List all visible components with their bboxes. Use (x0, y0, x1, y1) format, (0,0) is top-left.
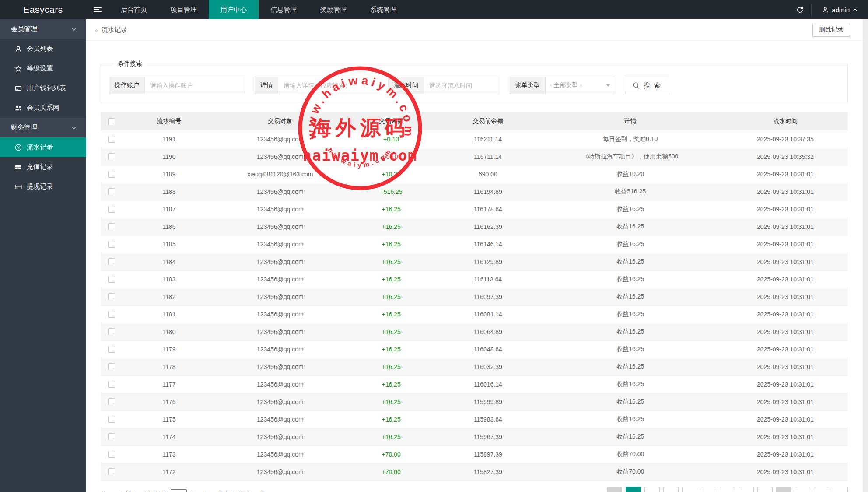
nav-tab-3[interactable]: 信息管理 (259, 0, 308, 19)
search-field-group-0: 操作账户 (109, 77, 245, 94)
row-checkbox[interactable] (108, 293, 115, 300)
select-all-checkbox[interactable] (108, 118, 115, 125)
nav-tab-0[interactable]: 后台首页 (109, 0, 159, 19)
sidebar-item-0-0[interactable]: 会员列表 (0, 39, 86, 59)
page-button-6[interactable]: 6 (720, 487, 735, 492)
page-button-3[interactable]: 3 (663, 487, 679, 492)
row-checkbox[interactable] (108, 171, 115, 178)
chevron-down-icon (71, 27, 77, 32)
pagination: «12345678...1314» (607, 487, 848, 492)
refresh-icon (796, 6, 804, 14)
sidebar-item-0-2[interactable]: 用户钱包列表 (0, 78, 86, 98)
page-button-1[interactable]: 1 (626, 487, 641, 492)
per-page-select[interactable]: 20 (171, 489, 187, 492)
user-icon (822, 7, 829, 13)
refresh-button[interactable] (788, 0, 811, 19)
table-row: 1183123456@qq.com+16.25116113.64收益16.252… (101, 271, 848, 288)
bill-type-group: 账单类型 - 全部类型 - (510, 77, 615, 94)
row-checkbox[interactable] (108, 468, 115, 475)
search-button[interactable]: 搜 索 (625, 77, 669, 94)
row-checkbox[interactable] (108, 153, 115, 160)
sidebar-item-0-3[interactable]: 会员关系网 (0, 98, 86, 118)
search-field-group-2: 流水时间 (388, 77, 500, 94)
row-checkbox[interactable] (108, 416, 115, 423)
col-header-id: 流水编号 (122, 112, 216, 130)
table-row: 1182123456@qq.com+16.25116097.39收益16.252… (101, 288, 848, 306)
col-header-time: 流水时间 (723, 112, 848, 130)
sidebar-item-1-0[interactable]: ¥流水记录 (0, 137, 86, 157)
row-checkbox[interactable] (108, 136, 115, 143)
sidebar-toggle-button[interactable] (86, 0, 109, 19)
search-input-0[interactable] (144, 77, 245, 94)
search-input-1[interactable] (278, 77, 378, 94)
chevron-up-icon (853, 7, 858, 12)
delete-records-button[interactable]: 删除记录 (812, 23, 850, 37)
page-button-»[interactable]: » (833, 487, 848, 492)
row-checkbox[interactable] (108, 258, 115, 265)
row-checkbox[interactable] (108, 188, 115, 195)
col-header-detail: 详情 (538, 112, 723, 130)
wallet-icon (14, 84, 22, 92)
search-input-2[interactable] (424, 77, 500, 94)
sidebar-item-1-1[interactable]: PayPal充值记录 (0, 157, 86, 177)
row-checkbox[interactable] (108, 451, 115, 458)
bill-type-label: 账单类型 (510, 77, 546, 94)
sidebar-item-0-1[interactable]: 等级设置 (0, 59, 86, 78)
table-row: 1173123456@qq.com+70.00115897.39收益70.002… (101, 446, 848, 463)
page-button-«[interactable]: « (607, 487, 622, 492)
table-row: 1178123456@qq.com+16.25116032.39收益16.252… (101, 358, 848, 376)
row-checkbox[interactable] (108, 223, 115, 230)
sidebar-group-0[interactable]: 会员管理 (0, 19, 86, 39)
navbar-tabs: 后台首页项目管理用户中心信息管理奖励管理系统管理 (109, 0, 408, 19)
row-checkbox[interactable] (108, 206, 115, 213)
page-button-5[interactable]: 5 (701, 487, 716, 492)
page-button-14[interactable]: 14 (814, 487, 829, 492)
table-row: 1172123456@qq.com+70.00115827.39收益70.002… (101, 463, 848, 481)
page-title: 流水记录 (101, 26, 127, 34)
vertical-scrollbar[interactable] (863, 19, 868, 492)
nav-tab-1[interactable]: 项目管理 (159, 0, 209, 19)
breadcrumb-bar: » 流水记录 删除记录 (86, 19, 863, 41)
page-button-4[interactable]: 4 (682, 487, 697, 492)
search-row: 操作账户详情流水时间 账单类型 - 全部类型 - 搜 索 (109, 77, 840, 94)
table-row: 1188123456@qq.com+516.25116194.89收益516.2… (101, 183, 848, 200)
svg-text:¥: ¥ (17, 145, 20, 150)
row-checkbox[interactable] (108, 311, 115, 318)
page-button-...[interactable]: ... (776, 487, 791, 492)
card-icon (14, 183, 22, 190)
row-checkbox[interactable] (108, 346, 115, 353)
row-checkbox[interactable] (108, 381, 115, 388)
table-row: 1174123456@qq.com+16.25115967.39收益16.252… (101, 428, 848, 446)
table-row: 1189xiaoqi081120@163.com+10.20690.00收益10… (101, 165, 848, 183)
row-checkbox[interactable] (108, 276, 115, 283)
page-button-2[interactable]: 2 (644, 487, 660, 492)
chevron-down-icon (606, 84, 610, 87)
table-footer: 共 277 条记录，每页显示 20 条，共 14 页当前显示第 1 页。 «12… (101, 487, 848, 492)
nav-tab-4[interactable]: 奖励管理 (308, 0, 358, 19)
table-row: 1185123456@qq.com+16.25116146.14收益16.252… (101, 235, 848, 253)
brand-logo: Easycars (0, 0, 86, 19)
username: admin (832, 6, 850, 14)
user-menu[interactable]: admin (812, 0, 868, 19)
table-row: 1184123456@qq.com+16.25116129.89收益16.252… (101, 253, 848, 271)
page-button-13[interactable]: 13 (795, 487, 810, 492)
row-checkbox[interactable] (108, 398, 115, 405)
table-row: 1187123456@qq.com+16.25116178.64收益16.252… (101, 200, 848, 218)
sidebar-item-1-2[interactable]: 提现记录 (0, 177, 86, 197)
table-row: 1190123456@qq.com-500.00116711.14《特斯拉汽车项… (101, 148, 848, 165)
page-button-8[interactable]: 8 (757, 487, 773, 492)
bill-type-select[interactable]: - 全部类型 - (545, 77, 615, 94)
col-header-amount: 交易金额 (344, 112, 438, 130)
row-checkbox[interactable] (108, 363, 115, 370)
users-icon (14, 104, 22, 112)
table-row: 1175123456@qq.com+16.25115983.64收益16.252… (101, 411, 848, 428)
page-button-7[interactable]: 7 (738, 487, 754, 492)
table-header-row: 流水编号 交易对象 交易金额 交易前余额 详情 流水时间 (101, 112, 848, 130)
sidebar-group-1[interactable]: 财务管理 (0, 118, 86, 137)
nav-tab-2[interactable]: 用户中心 (209, 0, 259, 19)
row-checkbox[interactable] (108, 433, 115, 440)
row-checkbox[interactable] (108, 241, 115, 248)
nav-tab-5[interactable]: 系统管理 (358, 0, 408, 19)
col-header-balance: 交易前余额 (438, 112, 538, 130)
row-checkbox[interactable] (108, 328, 115, 335)
